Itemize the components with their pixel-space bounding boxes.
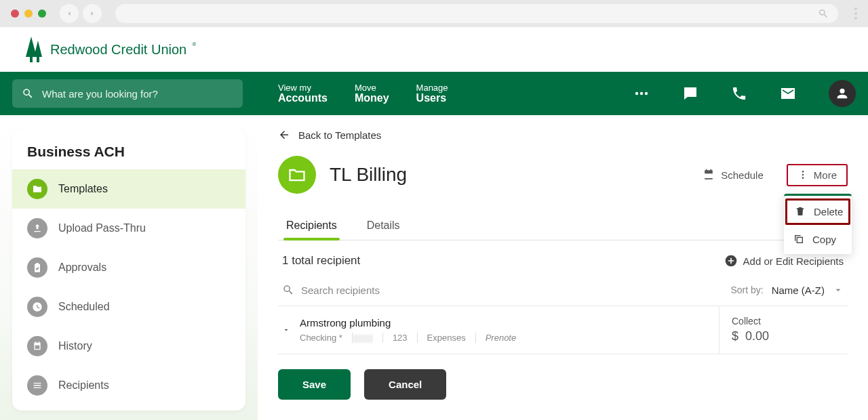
svg-point-2 [645, 92, 648, 95]
collect-label: Collect [732, 316, 835, 327]
save-button[interactable]: Save [278, 369, 351, 400]
window-close-button[interactable] [11, 9, 19, 18]
profile-avatar[interactable] [829, 80, 856, 107]
sidebar-item-approvals[interactable]: Approvals [12, 248, 245, 287]
arrow-left-icon [278, 129, 290, 141]
cancel-button[interactable]: Cancel [364, 369, 446, 400]
recipient-search-placeholder: Search recipients [301, 285, 380, 296]
search-icon [282, 284, 294, 296]
svg-point-5 [802, 177, 804, 179]
plus-circle-icon [724, 254, 738, 268]
recipient-meta: Checking * 123 Expenses Prenote [300, 333, 526, 343]
sidebar-item-label: Recipients [58, 379, 109, 392]
sidebar-item-scheduled[interactable]: Scheduled [12, 287, 245, 327]
browser-back-button[interactable] [60, 4, 79, 23]
more-button[interactable]: More [787, 164, 848, 186]
recipient-account: Checking * [300, 333, 383, 343]
sidebar-item-label: History [58, 340, 92, 352]
nav-item-top: View my [278, 83, 328, 93]
add-recipients-button[interactable]: Add or Edit Recipients [724, 254, 844, 268]
add-recipients-label: Add or Edit Recipients [743, 255, 844, 267]
tab-details[interactable]: Details [364, 214, 403, 240]
schedule-label: Schedule [721, 169, 764, 181]
sidebar-item-recipients[interactable]: Recipients [12, 366, 245, 405]
nav-icons [633, 80, 856, 107]
clipboard-check-icon [27, 257, 47, 278]
recipient-category: Expenses [427, 333, 476, 343]
dropdown-copy[interactable]: Copy [784, 226, 852, 253]
sidebar-item-upload[interactable]: Upload Pass-Thru [12, 209, 245, 248]
site-search-input[interactable] [42, 88, 233, 100]
nav-item-bottom: Money [355, 92, 389, 104]
brand-name: Redwood Credit Union [50, 42, 186, 58]
schedule-button[interactable]: Schedule [695, 164, 770, 186]
back-link-label: Back to Templates [298, 129, 381, 141]
recipient-main[interactable]: Armstrong plumbing Checking * 123 Expens… [278, 306, 719, 354]
collect-amount: $ 0.00 [732, 329, 835, 343]
trademark-symbol: ® [192, 41, 196, 47]
more-label: More [814, 169, 837, 181]
dropdown-copy-label: Copy [812, 234, 836, 245]
phone-icon[interactable] [731, 85, 747, 102]
sidebar-item-history[interactable]: History [12, 327, 245, 366]
recipient-code: 123 [393, 333, 418, 343]
nav-item-top: Move [355, 83, 389, 93]
sidebar-item-templates[interactable]: Templates [12, 169, 245, 209]
clock-icon [27, 297, 47, 317]
recipient-info: Armstrong plumbing Checking * 123 Expens… [300, 317, 526, 343]
dropdown-delete-label: Delete [814, 206, 843, 217]
upload-icon [27, 218, 47, 238]
browser-forward-button[interactable] [83, 4, 102, 23]
mail-icon[interactable] [780, 85, 796, 102]
brand-logo[interactable]: Redwood Credit Union ® [24, 37, 197, 62]
browser-chrome [0, 0, 868, 27]
browser-url-bar[interactable] [115, 4, 838, 23]
nav-item-money[interactable]: Move Money [355, 83, 389, 104]
recipient-search[interactable]: Search recipients [282, 284, 717, 296]
recipient-search-row: Search recipients Sort by: Name (A-Z) [278, 277, 848, 306]
folder-icon [27, 179, 47, 199]
window-maximize-button[interactable] [38, 9, 46, 18]
sidebar: Business ACH Templates Upload Pass-Thru … [0, 115, 258, 420]
recipient-toolbar: 1 total recipient Add or Edit Recipients [278, 254, 848, 268]
sort-by[interactable]: Sort by: Name (A-Z) [730, 285, 844, 296]
search-icon [22, 87, 34, 100]
window-minimize-button[interactable] [24, 9, 33, 18]
nav-item-bottom: Accounts [278, 92, 328, 104]
nav-item-accounts[interactable]: View my Accounts [278, 83, 328, 104]
back-to-templates-link[interactable]: Back to Templates [278, 129, 848, 141]
more-horizontal-icon[interactable] [633, 85, 650, 102]
site-search[interactable] [12, 79, 243, 108]
sidebar-item-label: Approvals [58, 261, 106, 274]
nav-item-bottom: Users [416, 92, 448, 104]
sidebar-item-label: Scheduled [58, 301, 110, 313]
browser-nav-arrows [60, 4, 102, 23]
sort-value: Name (A-Z) [772, 285, 825, 296]
main-layout: Business ACH Templates Upload Pass-Thru … [0, 115, 868, 420]
nav-item-top: Manage [416, 83, 448, 93]
template-folder-icon [278, 156, 316, 194]
chat-icon[interactable] [682, 85, 698, 102]
svg-rect-6 [797, 237, 802, 243]
svg-point-0 [635, 92, 638, 95]
copy-icon [793, 234, 804, 245]
expand-chevron-icon[interactable] [282, 326, 290, 334]
nav-item-users[interactable]: Manage Users [416, 83, 448, 104]
calendar-icon [702, 168, 715, 182]
recipient-status: Prenote [486, 333, 526, 343]
template-header: TL Billing Schedule More [278, 156, 848, 194]
template-title: TL Billing [330, 164, 682, 186]
chevron-down-icon [833, 285, 844, 295]
tab-recipients[interactable]: Recipients [283, 214, 340, 240]
list-icon [27, 375, 47, 396]
svg-point-1 [640, 92, 643, 95]
dropdown-delete[interactable]: Delete [785, 198, 850, 225]
trash-icon [795, 206, 806, 217]
currency-symbol: $ [732, 329, 738, 343]
sidebar-item-label: Templates [58, 183, 108, 195]
primary-nav: View my Accounts Move Money Manage Users [0, 72, 868, 115]
sidebar-card: Business ACH Templates Upload Pass-Thru … [12, 129, 245, 411]
browser-menu-button[interactable] [854, 7, 857, 20]
action-buttons: Save Cancel [278, 369, 848, 400]
recipient-name: Armstrong plumbing [300, 317, 526, 329]
